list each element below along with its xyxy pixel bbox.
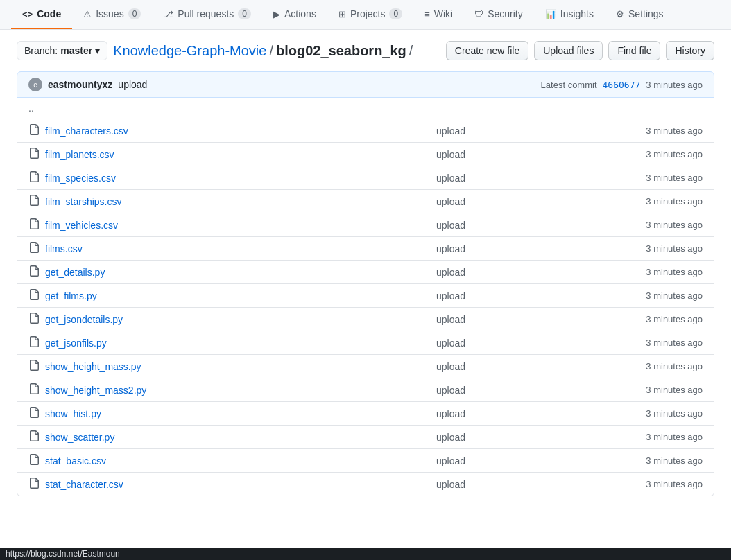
file-icon [28, 289, 40, 302]
file-message: upload [310, 149, 592, 160]
branch-label: Branch: [24, 45, 58, 56]
file-time: 3 minutes ago [592, 290, 703, 301]
tab-issues-label: Issues [96, 8, 123, 19]
file-time: 3 minutes ago [592, 432, 703, 442]
file-name-link[interactable]: show_height_mass2.py [28, 383, 310, 396]
file-icon [28, 195, 40, 208]
table-row: films.csv upload 3 minutes ago [17, 236, 714, 260]
commit-time: 3 minutes ago [646, 80, 703, 90]
file-name: show_hist.py [45, 408, 101, 419]
file-time: 3 minutes ago [592, 479, 703, 489]
toolbar-right: Create new file Upload files Find file H… [446, 41, 714, 60]
actions-icon: ▶ [273, 9, 280, 19]
file-name-link[interactable]: film_vehicles.csv [28, 218, 310, 231]
tab-settings[interactable]: ⚙ Settings [605, 0, 675, 29]
breadcrumb-trail: / [409, 43, 413, 59]
table-row: film_species.csv upload 3 minutes ago [17, 166, 714, 189]
table-row: show_height_mass2.py upload 3 minutes ag… [17, 378, 714, 401]
file-message: upload [310, 173, 592, 184]
file-name-link[interactable]: show_scatter.py [28, 430, 310, 444]
file-name-link[interactable]: stat_basic.csv [28, 454, 310, 467]
table-row: stat_basic.csv upload 3 minutes ago [17, 448, 714, 472]
history-button[interactable]: History [666, 41, 714, 60]
file-message: upload [310, 361, 592, 372]
tab-projects-label: Projects [350, 8, 386, 19]
tab-wiki[interactable]: ≡ Wiki [413, 0, 463, 29]
file-icon [28, 313, 40, 326]
tab-insights[interactable]: 📊 Insights [534, 0, 605, 29]
file-name-link[interactable]: get_films.py [28, 289, 310, 302]
tab-actions-label: Actions [284, 8, 316, 19]
tab-projects[interactable]: ⊞ Projects 0 [327, 0, 413, 29]
pr-icon: ⎇ [163, 9, 173, 19]
tab-pull-requests[interactable]: ⎇ Pull requests 0 [152, 0, 262, 29]
table-row: show_height_mass.py upload 3 minutes ago [17, 354, 714, 378]
tab-wiki-label: Wiki [434, 8, 452, 19]
tab-issues[interactable]: ⚠ Issues 0 [72, 0, 152, 29]
tab-security[interactable]: 🛡 Security [463, 0, 534, 29]
file-name-link[interactable]: stat_character.csv [28, 478, 310, 491]
commit-hash[interactable]: 4660677 [603, 80, 641, 90]
pr-badge: 0 [238, 8, 251, 19]
table-row: get_films.py upload 3 minutes ago [17, 283, 714, 307]
table-row: film_vehicles.csv upload 3 minutes ago [17, 213, 714, 236]
parent-dir-link[interactable]: .. [28, 103, 703, 114]
tab-actions[interactable]: ▶ Actions [262, 0, 327, 29]
file-name-link[interactable]: film_planets.csv [28, 148, 310, 161]
file-name-link[interactable]: get_jsonfils.py [28, 336, 310, 349]
file-name: show_height_mass2.py [45, 385, 146, 396]
projects-icon: ⊞ [338, 9, 346, 19]
file-name: film_planets.csv [45, 149, 114, 160]
upload-files-button[interactable]: Upload files [534, 41, 603, 60]
branch-selector[interactable]: Branch: master ▾ [17, 41, 108, 60]
latest-commit-label: Latest commit [541, 80, 597, 90]
table-row: stat_character.csv upload 3 minutes ago [17, 472, 714, 496]
create-new-button[interactable]: Create new file [446, 41, 528, 60]
file-name-link[interactable]: film_starships.csv [28, 195, 310, 208]
toolbar-left: Branch: master ▾ Knowledge-Graph-Movie /… [17, 41, 413, 60]
file-time: 3 minutes ago [592, 149, 703, 159]
settings-icon: ⚙ [616, 9, 624, 19]
chevron-down-icon: ▾ [95, 45, 100, 56]
file-name-link[interactable]: show_hist.py [28, 407, 310, 420]
commit-bar-left: e eastmountyxz upload [28, 78, 147, 91]
file-icon [28, 454, 40, 467]
file-name-link[interactable]: show_height_mass.py [28, 360, 310, 373]
find-file-button[interactable]: Find file [608, 41, 660, 60]
file-name: stat_basic.csv [45, 455, 106, 466]
breadcrumb-sep1: / [269, 43, 273, 59]
file-message: upload [310, 243, 592, 254]
file-message: upload [310, 338, 592, 349]
file-name: film_characters.csv [45, 125, 128, 137]
table-row: get_jsonfils.py upload 3 minutes ago [17, 331, 714, 354]
tab-code[interactable]: <> Code [11, 0, 72, 29]
file-name: get_details.py [45, 267, 105, 278]
toolbar: Branch: master ▾ Knowledge-Graph-Movie /… [0, 30, 731, 71]
file-name-link[interactable]: get_details.py [28, 265, 310, 279]
file-time: 3 minutes ago [592, 408, 703, 419]
file-name: film_starships.csv [45, 196, 121, 207]
file-name-link[interactable]: film_species.csv [28, 171, 310, 184]
file-name: stat_character.csv [45, 479, 123, 490]
issues-icon: ⚠ [83, 9, 92, 19]
file-icon [28, 430, 40, 444]
file-name-link[interactable]: film_characters.csv [28, 124, 310, 137]
file-icon [28, 478, 40, 491]
commit-bar: e eastmountyxz upload Latest commit 4660… [17, 71, 714, 98]
repo-link[interactable]: Knowledge-Graph-Movie [113, 43, 266, 59]
file-name: get_jsondetails.py [45, 314, 123, 325]
insights-icon: 📊 [545, 9, 556, 19]
branch-name: master [60, 45, 92, 56]
file-message: upload [310, 314, 592, 325]
file-icon [28, 148, 40, 161]
table-row: .. [17, 98, 714, 119]
commit-author[interactable]: eastmountyxz [48, 79, 112, 90]
file-name: film_vehicles.csv [45, 220, 118, 231]
file-name-link[interactable]: get_jsondetails.py [28, 313, 310, 326]
file-time: 3 minutes ago [592, 196, 703, 207]
file-name-link[interactable]: films.csv [28, 242, 310, 255]
projects-badge: 0 [389, 8, 402, 19]
issues-badge: 0 [128, 8, 141, 19]
file-message: upload [310, 290, 592, 301]
table-row: show_hist.py upload 3 minutes ago [17, 401, 714, 425]
